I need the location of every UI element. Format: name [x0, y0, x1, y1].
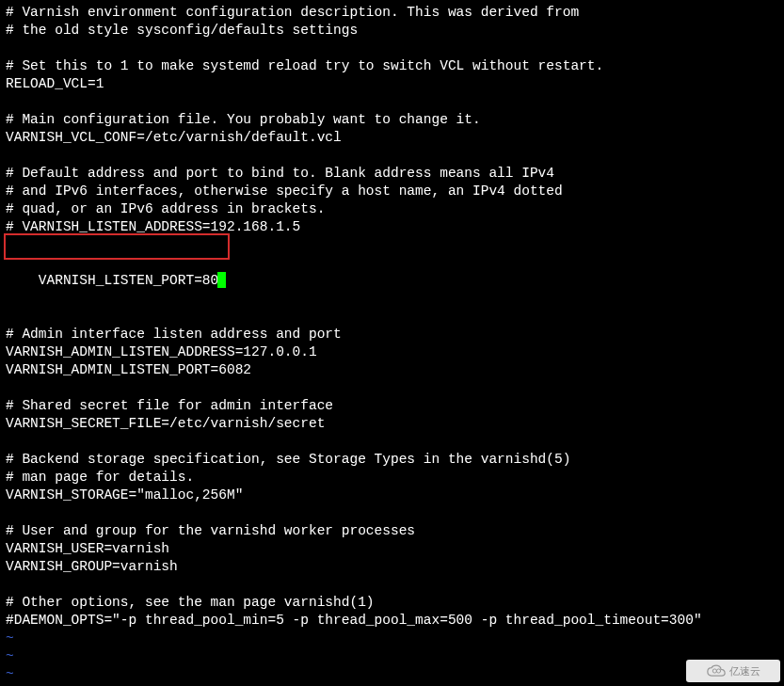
cloud-icon [707, 664, 726, 678]
svg-point-0 [712, 669, 716, 673]
code-line: # and IPv6 interfaces, otherwise specify… [6, 183, 778, 200]
code-line [6, 433, 778, 451]
code-line [6, 93, 778, 111]
code-line: # Set this to 1 to make systemd reload t… [6, 57, 778, 75]
code-line: VARNISH_VCL_CONF=/etc/varnish/default.vc… [6, 129, 778, 147]
empty-line-tilde: ~ [6, 665, 778, 683]
highlighted-code-line: VARNISH_LISTEN_PORT=80 [6, 236, 226, 254]
code-line: # User and group for the varnishd worker… [6, 522, 778, 540]
watermark-text: 亿速云 [729, 662, 760, 680]
code-line: # Other options, see the man page varnis… [6, 594, 778, 612]
code-line [6, 40, 778, 57]
code-line: RELOAD_VCL=1 [6, 75, 778, 93]
code-line: VARNISH_ADMIN_LISTEN_ADDRESS=127.0.0.1 [6, 343, 778, 361]
cursor [217, 272, 226, 288]
code-line [6, 576, 778, 594]
code-line [6, 308, 778, 326]
svg-point-1 [716, 669, 720, 673]
empty-line-tilde: ~ [6, 647, 778, 665]
code-line: # man page for details. [6, 469, 778, 487]
code-line: # quad, or an IPv6 address in brackets. [6, 200, 778, 218]
highlight-box-annotation [4, 233, 230, 260]
code-line [6, 379, 778, 397]
highlighted-text: VARNISH_LISTEN_PORT=80 [39, 273, 218, 288]
editor-content[interactable]: # Varnish environment configuration desc… [6, 4, 778, 686]
code-line: # Main configuration file. You probably … [6, 111, 778, 129]
code-line: # Admin interface listen address and por… [6, 326, 778, 343]
code-line [6, 147, 778, 165]
code-line: # VARNISH_LISTEN_ADDRESS=192.168.1.5 [6, 218, 778, 236]
code-line: VARNISH_ADMIN_LISTEN_PORT=6082 [6, 361, 778, 379]
code-line: VARNISH_SECRET_FILE=/etc/varnish/secret [6, 415, 778, 433]
code-line: # Default address and port to bind to. B… [6, 165, 778, 183]
code-line: VARNISH_GROUP=varnish [6, 558, 778, 576]
code-line [6, 504, 778, 522]
empty-line-tilde: ~ [6, 630, 778, 647]
watermark: 亿速云 [686, 660, 780, 682]
code-line: #DAEMON_OPTS="-p thread_pool_min=5 -p th… [6, 612, 778, 630]
code-line: # the old style sysconfig/defaults setti… [6, 22, 778, 40]
code-line: # Varnish environment configuration desc… [6, 4, 778, 22]
code-line: VARNISH_USER=varnish [6, 540, 778, 558]
code-line: VARNISH_STORAGE="malloc,256M" [6, 487, 778, 504]
code-line: # Backend storage specification, see Sto… [6, 451, 778, 469]
code-line: # Shared secret file for admin interface [6, 397, 778, 415]
